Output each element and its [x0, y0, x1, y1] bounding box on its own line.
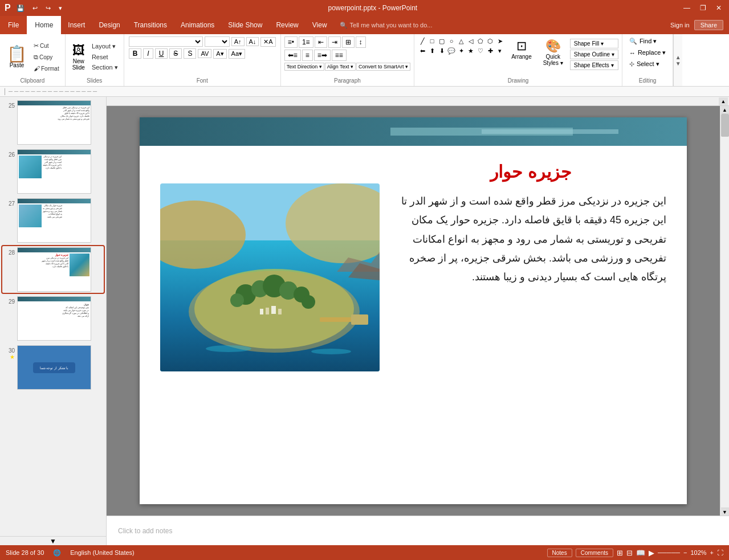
align-left-button[interactable]: ⬅≡: [284, 50, 301, 61]
align-right-button[interactable]: ≡➡: [314, 50, 331, 61]
signin-button[interactable]: Sign in: [670, 22, 690, 28]
convert-smartart-button[interactable]: Convert to SmartArt ▾: [356, 63, 410, 71]
slide-item-30[interactable]: 30 ★ با تشکر از توجه شما: [2, 344, 104, 391]
justify-button[interactable]: ≡≡: [332, 50, 347, 61]
slide-item-25[interactable]: 25 این جزیره در نزدیکی مرز قطرواقع شده ا…: [2, 99, 104, 146]
shape-triangle[interactable]: △: [457, 36, 466, 46]
normal-view-button[interactable]: ⊞: [617, 549, 623, 557]
shape-heart[interactable]: ♡: [476, 46, 485, 55]
tab-review[interactable]: Review: [269, 16, 305, 34]
underline-button[interactable]: U: [155, 48, 168, 59]
shape-outline-button[interactable]: Shape Outline ▾: [570, 50, 618, 59]
new-slide-button[interactable]: 🖼 New Slide: [69, 41, 88, 73]
quick-access-undo[interactable]: ↩: [30, 3, 40, 13]
shape-arrow-right[interactable]: ➤: [495, 36, 504, 46]
zoom-in-button[interactable]: +: [710, 549, 714, 556]
bullets-button[interactable]: ≡•: [284, 36, 298, 48]
slide-show-button[interactable]: ▶: [649, 549, 654, 557]
font-color-button[interactable]: A▾: [213, 49, 226, 59]
shape-rounded-rect[interactable]: ▢: [437, 36, 446, 46]
notes-button[interactable]: Notes: [547, 549, 572, 557]
scroll-up-btn[interactable]: ▲: [721, 106, 729, 114]
tell-me-text[interactable]: Tell me what you want to do...: [350, 22, 433, 28]
tab-animations[interactable]: Animations: [174, 16, 221, 34]
vertical-scrollbar[interactable]: ▲ ▼: [720, 106, 729, 516]
slide-panel-inner[interactable]: 25 این جزیره در نزدیکی مرز قطرواقع شده ا…: [0, 97, 106, 536]
italic-button[interactable]: I: [143, 48, 153, 59]
close-button[interactable]: ✕: [713, 2, 724, 14]
arrange-button[interactable]: ⊡ Arrange: [507, 36, 536, 62]
slide-item-28[interactable]: 28 جزیره حوار این جزیره در نزدیکی مرزقطر…: [2, 246, 104, 293]
format-painter-button[interactable]: 🖌Format: [31, 64, 62, 73]
quick-access-save[interactable]: 💾: [14, 3, 27, 13]
scroll-up-button[interactable]: ▲: [719, 97, 728, 105]
comments-button[interactable]: Comments: [576, 549, 613, 557]
shape-arrow-left[interactable]: ⬅: [418, 46, 427, 55]
reset-button[interactable]: Reset: [89, 52, 120, 62]
font-name-select[interactable]: [129, 36, 203, 47]
shape-pentagon[interactable]: ⬠: [476, 36, 485, 46]
fit-slide-button[interactable]: ⛶: [717, 549, 723, 556]
quick-access-redo[interactable]: ↪: [43, 3, 53, 13]
tab-file[interactable]: File: [0, 16, 27, 34]
reading-view-button[interactable]: 📖: [636, 549, 645, 557]
layout-button[interactable]: Layout ▾: [89, 42, 120, 51]
line-spacing-button[interactable]: ↕: [356, 36, 366, 48]
shape-rect[interactable]: □: [427, 36, 437, 46]
ribbon-scroll-button[interactable]: ▲▼: [673, 34, 682, 86]
tab-view[interactable]: View: [306, 16, 334, 34]
shape-rtriangle[interactable]: ◁: [466, 36, 475, 46]
increase-indent-button[interactable]: ⇥: [328, 36, 341, 48]
shape-hex[interactable]: ⬡: [486, 36, 495, 46]
quick-styles-button[interactable]: 🎨 Quick Styles ▾: [539, 36, 568, 68]
tab-transitions[interactable]: Transitions: [127, 16, 174, 34]
shape-arrow-up[interactable]: ⬆: [427, 46, 437, 55]
shape-arrow-down[interactable]: ⬇: [437, 46, 446, 55]
decrease-indent-button[interactable]: ⇤: [315, 36, 327, 48]
shape-fill-button[interactable]: Shape Fill ▾: [570, 39, 618, 48]
align-text-button[interactable]: Align Text ▾: [325, 63, 356, 71]
shape-effects-button[interactable]: Shape Effects ▾: [570, 60, 618, 70]
columns-button[interactable]: ⊞: [342, 36, 355, 48]
zoom-out-button[interactable]: −: [683, 549, 687, 556]
shape-callout[interactable]: 💬: [447, 46, 456, 55]
minimize-button[interactable]: —: [681, 2, 693, 14]
slide-item-27[interactable]: 27 جزیره حوار یک مکانتفریحی و توریستی به…: [2, 197, 104, 244]
maximize-button[interactable]: ❐: [697, 2, 708, 14]
clear-format-button[interactable]: ✕A: [260, 37, 275, 47]
scroll-thumb[interactable]: [721, 114, 729, 137]
center-button[interactable]: ≡: [302, 50, 313, 61]
shape-more[interactable]: ▾: [495, 46, 504, 55]
slide-item-29[interactable]: 29 عنوان متن توضیحی این اسلاید کهدر مورد…: [2, 295, 104, 342]
strikethrough-button[interactable]: S: [169, 48, 182, 59]
quick-access-dropdown[interactable]: ▾: [56, 3, 64, 13]
select-button[interactable]: ⊹ Select ▾: [626, 59, 669, 69]
shape-line[interactable]: ╱: [418, 36, 427, 46]
font-size-select[interactable]: [205, 36, 230, 47]
tab-insert[interactable]: Insert: [61, 16, 92, 34]
replace-button[interactable]: ↔ Replace ▾: [626, 48, 669, 58]
section-button[interactable]: Section ▾: [89, 63, 120, 72]
slide-panel-scroll-down[interactable]: ▼: [0, 536, 106, 545]
cut-button[interactable]: ✂Cut: [31, 41, 62, 51]
numbering-button[interactable]: 1≡: [299, 36, 313, 48]
scroll-down-btn[interactable]: ▼: [721, 508, 729, 516]
canvas-scroll-area[interactable]: جزیره حوار این جزیره در نزدیکی مرز قطر و…: [107, 106, 720, 516]
slide-item-26[interactable]: 26 این جزیره در نزدیکیمرز قطر واقع شدهاس…: [2, 148, 104, 195]
tab-design[interactable]: Design: [92, 16, 127, 34]
bold-button[interactable]: B: [129, 48, 142, 59]
font-shadow-button[interactable]: S: [184, 48, 196, 59]
notes-area[interactable]: Click to add notes: [107, 516, 729, 545]
share-button[interactable]: Share: [694, 20, 723, 30]
char-spacing-button[interactable]: AV: [198, 49, 211, 58]
find-button[interactable]: 🔍 Find ▾: [626, 36, 669, 46]
shape-cross[interactable]: ✚: [486, 46, 495, 55]
shape-star4[interactable]: ✦: [457, 46, 466, 55]
copy-button[interactable]: ⧉Copy: [31, 52, 62, 62]
decrease-font-button[interactable]: A↓: [246, 37, 259, 46]
shape-star5[interactable]: ★: [466, 46, 475, 55]
slide-sorter-button[interactable]: ⊟: [626, 549, 633, 557]
font-size-ctrl[interactable]: Aa▾: [229, 49, 245, 59]
increase-font-button[interactable]: A↑: [231, 37, 245, 46]
text-direction-button[interactable]: Text Direction ▾: [284, 63, 324, 71]
